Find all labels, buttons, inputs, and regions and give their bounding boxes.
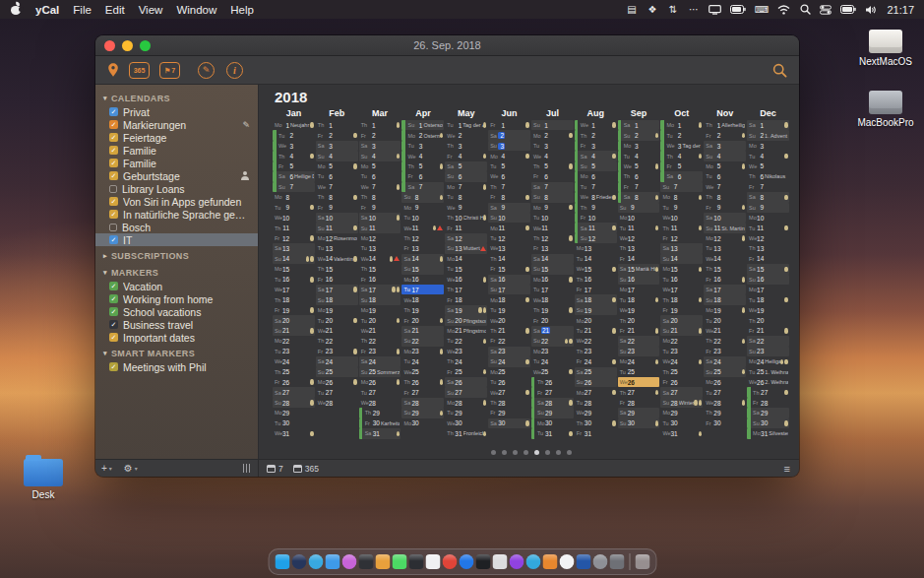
page-dot[interactable] xyxy=(545,450,550,455)
day-cell[interactable]: Su18 xyxy=(359,294,401,304)
day-cell[interactable]: We6 xyxy=(488,171,530,181)
day-cell[interactable]: Th6Nikolaus xyxy=(747,171,789,181)
day-cell[interactable]: Su25 xyxy=(316,367,358,377)
day-cell[interactable]: We7 xyxy=(359,182,401,192)
day-cell[interactable]: Fr9 xyxy=(704,203,746,213)
day-cell[interactable]: We26 xyxy=(618,377,660,387)
week-view-7-button[interactable]: ⚑7 xyxy=(159,62,180,79)
day-cell[interactable]: Mo4 xyxy=(488,151,530,161)
menu-clock[interactable]: 21:17 xyxy=(887,4,914,16)
day-cell[interactable]: Fr20 xyxy=(401,315,444,325)
day-cell[interactable]: Tu31 xyxy=(531,428,574,438)
dock-icon-safari[interactable] xyxy=(308,554,323,569)
sidebar-item-important-dates[interactable]: ✓Important dates xyxy=(95,331,258,344)
sidebar-item-vacation[interactable]: ✓Vacation xyxy=(95,280,258,292)
day-cell[interactable]: Fr27 xyxy=(401,387,444,397)
day-cell[interactable]: We13 xyxy=(488,243,530,253)
day-cell[interactable]: Th17 xyxy=(445,285,487,294)
day-cell[interactable]: We7 xyxy=(316,182,358,192)
day-cell[interactable]: Fr22 xyxy=(488,336,530,346)
sidebar-item-business-travel[interactable]: ✓Business travel xyxy=(95,318,258,331)
day-cell[interactable]: Mo8 xyxy=(273,192,315,202)
day-cell[interactable]: Fr1 xyxy=(488,120,530,130)
day-cell[interactable]: Th12 xyxy=(401,233,444,243)
page-dot[interactable] xyxy=(513,450,518,455)
checkbox-checked-icon[interactable]: ✓ xyxy=(109,210,118,219)
dock-icon-messages[interactable] xyxy=(392,554,406,569)
day-cell[interactable]: Tu27 xyxy=(704,387,746,397)
day-cell[interactable]: Tu14 xyxy=(575,254,617,264)
day-cell[interactable]: Mo26 xyxy=(704,377,746,387)
desktop-icon-macbookpro[interactable]: MacBookPro xyxy=(848,91,923,128)
day-cell[interactable]: Th22 xyxy=(316,336,358,346)
day-cell[interactable]: Th18 xyxy=(660,294,703,304)
day-cell[interactable]: Th29 xyxy=(704,408,746,417)
day-cell[interactable]: Fr16 xyxy=(316,275,358,285)
day-cell[interactable]: Mo19 xyxy=(359,305,401,315)
day-cell[interactable]: Fr28 xyxy=(618,398,660,408)
day-cell[interactable]: Tu13 xyxy=(316,243,358,253)
day-cell[interactable]: Tu2 xyxy=(273,130,315,140)
day-cell[interactable]: Sa27 xyxy=(660,387,703,397)
day-cell[interactable]: Mo9 xyxy=(531,203,574,213)
day-cell[interactable]: Fr14 xyxy=(747,254,789,264)
day-cell[interactable]: Fr5 xyxy=(273,161,315,171)
day-cell[interactable]: We11 xyxy=(401,223,444,232)
day-cell[interactable]: Sa15 xyxy=(747,264,789,274)
day-cell[interactable]: Mo30 xyxy=(401,418,444,428)
checkbox-checked-icon[interactable]: ✓ xyxy=(109,107,118,116)
day-cell[interactable]: Su14 xyxy=(660,254,703,264)
day-cell[interactable]: We3 xyxy=(273,141,315,151)
checkbox-checked-icon[interactable]: ✓ xyxy=(109,159,118,167)
dock-icon-itunes[interactable] xyxy=(341,554,356,569)
day-cell[interactable]: Tu30 xyxy=(273,418,315,428)
day-cell[interactable]: Th9 xyxy=(575,203,617,213)
day-cell[interactable]: Fr4 xyxy=(445,151,487,161)
day-cell[interactable]: Th8 xyxy=(704,192,746,202)
day-cell[interactable]: Su28Winterzeit xyxy=(660,398,703,408)
day-cell[interactable]: Fr18 xyxy=(445,294,487,304)
day-cell[interactable]: We5 xyxy=(747,161,789,171)
dock-icon-terminal[interactable] xyxy=(475,554,490,569)
day-cell[interactable]: Mo1 xyxy=(660,120,703,130)
day-cell[interactable]: Mo10 xyxy=(747,213,789,223)
day-cell[interactable]: We2 xyxy=(445,130,487,140)
day-cell[interactable]: We3Tag der Deutschen Einheit xyxy=(660,141,703,151)
day-cell[interactable]: Mo3 xyxy=(618,141,660,151)
day-cell[interactable]: Sa3 xyxy=(316,141,358,151)
day-cell[interactable]: We11 xyxy=(531,223,574,232)
day-cell[interactable]: Su1 xyxy=(531,120,574,130)
page-dot[interactable] xyxy=(534,450,539,455)
day-cell[interactable]: We10 xyxy=(273,213,315,223)
day-cell[interactable]: Sa1 xyxy=(747,120,789,130)
list-menu-icon[interactable]: ≡ xyxy=(784,463,799,475)
day-cell[interactable]: Th22 xyxy=(704,336,746,346)
day-cell[interactable]: Th27 xyxy=(747,387,789,397)
day-cell[interactable]: Sa7 xyxy=(531,182,574,192)
day-cell[interactable]: Tu3 xyxy=(531,141,574,151)
day-cell[interactable]: Sa31 xyxy=(359,428,401,438)
day-cell[interactable]: Mo24 xyxy=(618,356,660,366)
day-cell[interactable]: Tu11 xyxy=(747,223,789,232)
day-cell[interactable]: We18 xyxy=(401,294,444,304)
day-cell[interactable]: Th20 xyxy=(618,315,660,325)
day-cell[interactable]: Su20Pfingstsonntag xyxy=(445,315,487,325)
day-cell[interactable]: Sa14 xyxy=(531,254,574,264)
day-cell[interactable]: Fr12 xyxy=(660,233,703,243)
day-cell[interactable]: We262. Weihnachtstag xyxy=(747,377,789,387)
day-cell[interactable]: Fr11 xyxy=(445,223,487,232)
day-cell[interactable]: Tu251. Weihnachtstag xyxy=(747,367,789,377)
day-cell[interactable]: Th2 xyxy=(575,130,617,140)
dock-icon-ycal[interactable] xyxy=(542,554,557,569)
day-cell[interactable]: Sa19 xyxy=(445,305,487,315)
dock-icon-maps[interactable] xyxy=(408,554,423,569)
day-cell[interactable]: Th23 xyxy=(575,347,617,356)
day-cell[interactable]: Th13 xyxy=(747,243,789,253)
day-cell[interactable]: Su11St. Martin xyxy=(704,223,746,232)
day-cell[interactable]: Sa14 xyxy=(401,254,444,264)
day-cell[interactable]: Mo23 xyxy=(401,347,444,356)
day-cell[interactable]: Su18 xyxy=(704,294,746,304)
day-cell[interactable]: Sa4 xyxy=(575,151,617,161)
day-cell[interactable]: Mo15 xyxy=(273,264,315,274)
day-cell[interactable]: Th11 xyxy=(660,223,703,232)
